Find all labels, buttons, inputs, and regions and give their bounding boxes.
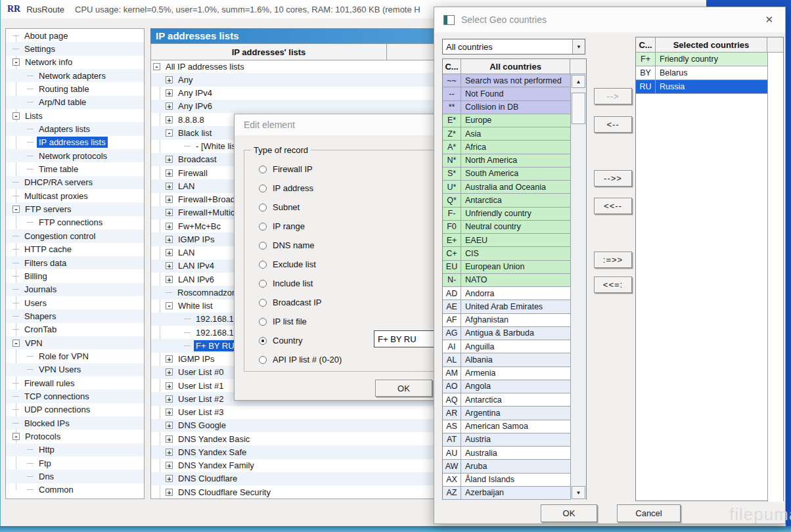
selected-countries-column-header[interactable]: Selected countries xyxy=(656,37,767,52)
sidebar-item[interactable]: Network protocols xyxy=(6,149,144,162)
expander-icon[interactable] xyxy=(27,129,34,129)
sidebar-item[interactable]: - Lists xyxy=(6,109,144,122)
expander-icon[interactable] xyxy=(184,345,191,346)
expander-icon[interactable]: + xyxy=(166,422,173,429)
expander-icon[interactable] xyxy=(12,316,19,317)
close-icon[interactable]: ✕ xyxy=(762,14,776,26)
expander-icon[interactable] xyxy=(184,319,191,319)
country-row[interactable]: ~~ Search was not performed xyxy=(443,74,570,87)
expander-icon[interactable] xyxy=(27,142,34,143)
transfer-button[interactable]: --> xyxy=(594,88,632,104)
country-row[interactable]: AQ Antarctica xyxy=(443,393,570,407)
sidebar-item[interactable]: Common xyxy=(6,483,144,497)
expander-icon[interactable] xyxy=(184,146,191,146)
radio-icon[interactable] xyxy=(259,223,267,231)
scrollbar-track[interactable] xyxy=(571,89,586,485)
expander-icon[interactable]: + xyxy=(166,489,173,496)
sidebar-item[interactable]: FTP connections xyxy=(6,216,144,229)
expander-icon[interactable] xyxy=(27,463,34,464)
expander-icon[interactable]: + xyxy=(166,276,173,283)
sidebar-item[interactable]: Adapters lists xyxy=(6,122,144,135)
expander-icon[interactable] xyxy=(12,303,19,303)
country-row[interactable]: AO Angola xyxy=(443,380,570,393)
expander-icon[interactable]: - xyxy=(153,63,160,70)
expander-icon[interactable] xyxy=(27,222,34,223)
country-row[interactable]: AE United Arab Emirates xyxy=(443,300,570,313)
expander-icon[interactable] xyxy=(27,489,34,490)
country-row[interactable]: AD Andorra xyxy=(443,287,570,300)
expander-icon[interactable]: - xyxy=(12,433,20,440)
expander-icon[interactable]: + xyxy=(166,475,173,482)
radio-icon[interactable] xyxy=(259,280,267,288)
country-row[interactable]: AF Afghanistan xyxy=(443,314,570,327)
radio-icon[interactable] xyxy=(259,337,267,345)
expander-icon[interactable]: + xyxy=(166,435,173,443)
expander-icon[interactable]: + xyxy=(166,102,173,110)
code-column-header[interactable]: C... xyxy=(636,37,656,52)
country-row[interactable]: AL Albania xyxy=(443,353,570,366)
expander-icon[interactable] xyxy=(12,236,19,236)
country-row[interactable]: -- Not Found xyxy=(443,87,570,100)
expander-icon[interactable]: + xyxy=(166,196,173,203)
radio-icon[interactable] xyxy=(259,166,267,173)
country-row[interactable]: F- Unfriendly country xyxy=(443,208,570,221)
column-header-ip-lists[interactable]: IP addresses' lists xyxy=(151,44,387,60)
country-row[interactable]: Z* Asia xyxy=(443,127,570,141)
expander-icon[interactable]: - xyxy=(12,112,20,120)
country-filter-select[interactable]: All countries ▼ xyxy=(442,39,585,55)
edit-ok-button[interactable]: OK xyxy=(375,380,432,397)
expander-icon[interactable] xyxy=(12,423,19,424)
expander-icon[interactable] xyxy=(27,369,34,370)
country-row[interactable]: S* South America xyxy=(443,167,570,181)
geo-ok-button[interactable]: OK xyxy=(541,504,597,522)
expander-icon[interactable] xyxy=(12,263,19,263)
expander-icon[interactable]: + xyxy=(166,449,173,456)
expander-icon[interactable] xyxy=(27,169,34,169)
sidebar-item[interactable]: Blocked IPs xyxy=(6,416,144,430)
radio-icon[interactable] xyxy=(259,242,267,250)
expander-icon[interactable]: + xyxy=(166,249,173,256)
country-row[interactable]: Q* Antarctica xyxy=(443,194,570,207)
expander-icon[interactable] xyxy=(12,49,19,49)
expander-icon[interactable] xyxy=(27,356,34,357)
expander-icon[interactable] xyxy=(27,449,34,450)
sidebar-item[interactable]: TCP connections xyxy=(6,389,144,403)
sidebar-item[interactable]: Ftp xyxy=(6,456,144,470)
sidebar-item[interactable]: About page xyxy=(6,29,144,42)
country-row[interactable]: E+ EAEU xyxy=(443,234,570,247)
country-row[interactable]: AU Australia xyxy=(443,447,570,460)
sidebar-item[interactable]: - VPN xyxy=(6,336,144,349)
expander-icon[interactable]: - xyxy=(166,302,173,309)
expander-icon[interactable] xyxy=(184,332,191,333)
country-row[interactable]: N- NATO xyxy=(443,274,570,287)
sidebar-item[interactable]: - Protocols xyxy=(6,430,144,443)
sidebar-item[interactable]: CronTab xyxy=(6,323,144,336)
expander-icon[interactable]: + xyxy=(166,395,173,403)
sidebar-item[interactable]: Arp/Nd table xyxy=(6,96,144,109)
country-row[interactable]: EU European Union xyxy=(443,261,570,274)
expander-icon[interactable] xyxy=(12,383,19,384)
sidebar-item[interactable]: Filters data xyxy=(6,256,144,269)
expander-icon[interactable]: - xyxy=(12,58,20,66)
expander-icon[interactable] xyxy=(12,409,19,410)
expander-icon[interactable]: - xyxy=(12,340,20,347)
expander-icon[interactable]: + xyxy=(166,368,173,376)
expander-icon[interactable]: + xyxy=(166,223,173,230)
sidebar-item[interactable]: Network adapters xyxy=(6,69,144,82)
expander-icon[interactable] xyxy=(12,289,19,290)
country-row[interactable]: AS American Samoa xyxy=(443,420,570,433)
country-row[interactable]: F+ Friendly country xyxy=(636,53,767,66)
radio-icon[interactable] xyxy=(259,204,267,211)
sidebar-item[interactable]: Firewall rules xyxy=(6,376,144,389)
radio-icon[interactable] xyxy=(259,185,267,192)
sidebar-item[interactable]: Routing table xyxy=(6,82,144,95)
all-countries-column-header[interactable]: All countries xyxy=(461,59,570,74)
expander-icon[interactable]: + xyxy=(166,183,173,190)
expander-icon[interactable]: + xyxy=(166,76,173,83)
expander-icon[interactable] xyxy=(12,35,19,36)
expander-icon[interactable]: + xyxy=(166,262,173,269)
expander-icon[interactable] xyxy=(27,102,34,102)
expander-icon[interactable] xyxy=(27,76,34,76)
sidebar-item[interactable]: Dns xyxy=(6,470,144,483)
radio-icon[interactable] xyxy=(259,299,267,307)
